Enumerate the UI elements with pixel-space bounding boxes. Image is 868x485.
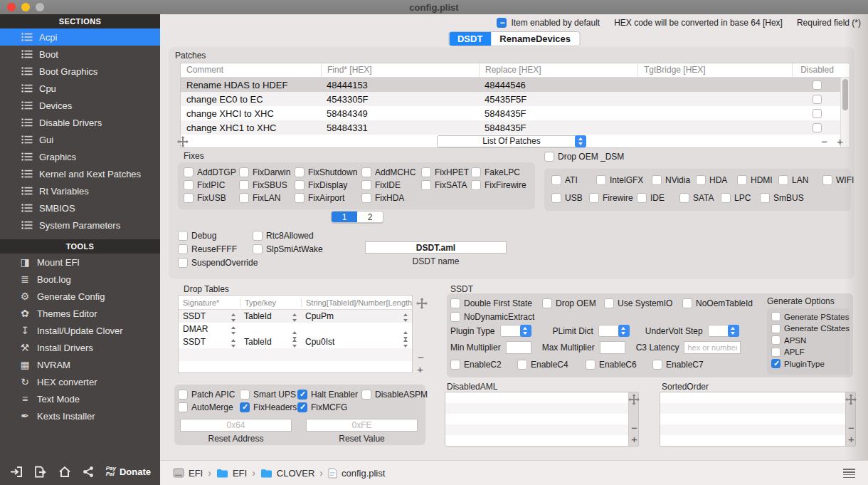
ssdt-checkbox-item[interactable]: EnableC6: [586, 360, 652, 370]
checkbox[interactable]: [240, 402, 250, 412]
sign-in-icon[interactable]: [9, 466, 23, 478]
checkbox[interactable]: [551, 175, 561, 185]
reset-address-field[interactable]: [180, 419, 292, 432]
checkbox[interactable]: [771, 348, 780, 357]
sidebar-section-item[interactable]: Kernel and Kext Patches: [0, 165, 160, 182]
checkbox[interactable]: [679, 193, 689, 203]
apic-checkbox-item[interactable]: FixMCFG: [297, 402, 425, 412]
sidebar-tool-item[interactable]: ⚒ Install Drivers: [0, 339, 160, 356]
sidebar-tool-item[interactable]: ✒ Kexts Installer: [0, 407, 160, 424]
apic-checkbox-item[interactable]: Patch APIC: [178, 390, 240, 400]
patch-row[interactable]: change XHCI to XHC 58484349 5848435F: [181, 106, 850, 120]
checkbox[interactable]: [771, 324, 780, 333]
ssdt-checkbox-item[interactable]: Double First State: [450, 298, 542, 308]
checkbox[interactable]: [253, 244, 263, 254]
dsm-checkbox-item[interactable]: SATA: [679, 193, 721, 203]
ssdt-checkbox-item[interactable]: EnableC4: [517, 360, 586, 370]
checkbox[interactable]: [517, 360, 527, 370]
column-header[interactable]: String[TableId]/Number[Length]: [301, 298, 412, 307]
checkbox[interactable]: [721, 193, 731, 203]
dsm-checkbox-item[interactable]: ATI: [551, 175, 596, 185]
fix-checkbox-item[interactable]: FixShutdown: [295, 167, 361, 177]
sidebar-tool-item[interactable]: ◨ Mount EFI: [0, 254, 160, 271]
generate-option-item[interactable]: APSN: [771, 335, 850, 345]
stepper-icon[interactable]: [231, 313, 237, 322]
sidebar-section-item[interactable]: Acpi: [0, 28, 160, 46]
sidebar-tool-item[interactable]: ≣ Boot.log: [0, 271, 160, 288]
checkbox[interactable]: [361, 167, 371, 177]
apic-checkbox-item[interactable]: FixHeaders: [240, 402, 297, 412]
sidebar-section-item[interactable]: Boot: [0, 46, 160, 63]
checkbox[interactable]: [450, 312, 460, 322]
fix-checkbox-item[interactable]: FixHDA: [361, 193, 421, 203]
checkbox[interactable]: [239, 167, 249, 177]
sidebar-tool-item[interactable]: ⚙ Generate Config: [0, 288, 160, 305]
sidebar-section-item[interactable]: Graphics: [0, 148, 160, 165]
patch-row[interactable]: change XHC1 to XHC 58484331 5848435F: [181, 120, 850, 135]
patches-list-dropdown[interactable]: List Of Patches: [437, 135, 586, 147]
breadcrumb-item[interactable]: EFI: [216, 468, 247, 479]
column-header[interactable]: TgtBridge [HEX]: [637, 63, 792, 77]
scrollbar-thumb[interactable]: [842, 79, 848, 110]
reorder-handle-icon[interactable]: [628, 394, 640, 405]
remove-table-button[interactable]: −: [418, 351, 424, 364]
add-table-button[interactable]: +: [417, 363, 423, 376]
page-segment-button[interactable]: 1: [332, 212, 357, 222]
dropdown-stepper-icon[interactable]: [618, 325, 630, 337]
fix-checkbox-item[interactable]: FixLAN: [239, 193, 295, 203]
dropdown-stepper-icon[interactable]: [575, 135, 586, 147]
checkbox[interactable]: [586, 360, 596, 370]
ssdt-checkbox-item[interactable]: EnableC7: [652, 360, 704, 370]
drop-oem-dsm-checkbox-item[interactable]: Drop OEM _DSM: [544, 152, 624, 162]
sidebar-section-item[interactable]: Disable Drivers: [0, 114, 160, 131]
column-header[interactable]: Disabled: [792, 63, 842, 77]
fix-checkbox-item[interactable]: FixFirewire: [471, 180, 535, 190]
undervolt-step-dropdown[interactable]: [708, 325, 739, 337]
fix-checkbox-item[interactable]: FixUSB: [184, 193, 239, 203]
checkbox[interactable]: [297, 402, 307, 412]
tab[interactable]: RenameDevices: [491, 32, 579, 46]
stepper-icon[interactable]: [403, 313, 409, 322]
checkbox[interactable]: [361, 180, 371, 190]
checkbox[interactable]: [178, 402, 188, 412]
ssdt-checkbox-item[interactable]: NoDynamicExtract: [450, 312, 534, 322]
generate-option-item[interactable]: PluginType: [771, 359, 850, 368]
export-document-icon[interactable]: [34, 466, 46, 478]
sidebar-tool-item[interactable]: ↻ HEX converter: [0, 373, 160, 390]
fix-checkbox-item[interactable]: FixSATA: [421, 180, 471, 190]
add-patch-button[interactable]: +: [837, 135, 843, 148]
checkbox[interactable]: [544, 152, 554, 162]
checkbox[interactable]: [239, 193, 249, 203]
ssdt-checkbox-item[interactable]: EnableC2: [450, 360, 517, 370]
debug-checkbox-item[interactable]: SlpSmiAtWake: [253, 244, 323, 254]
checkbox[interactable]: [361, 193, 371, 203]
column-header[interactable]: Find* [HEX]: [321, 63, 479, 77]
tab[interactable]: DSDT: [449, 32, 491, 46]
ssdt-checkbox-item[interactable]: NoOemTableId: [682, 298, 753, 308]
plugin-type-dropdown[interactable]: [500, 325, 531, 337]
checkbox[interactable]: [178, 390, 188, 400]
sidebar-section-item[interactable]: Devices: [0, 97, 160, 114]
checkbox[interactable]: [253, 231, 263, 241]
plimit-dict-dropdown[interactable]: [598, 325, 630, 337]
sidebar-section-item[interactable]: SMBIOS: [0, 199, 160, 217]
sidebar-section-item[interactable]: System Parameters: [0, 217, 160, 234]
sidebar-section-item[interactable]: Boot Graphics: [0, 63, 160, 80]
checkbox[interactable]: [604, 298, 614, 308]
apic-checkbox-item[interactable]: AutoMerge: [178, 402, 240, 412]
checkbox[interactable]: [760, 193, 770, 203]
page-segment-button[interactable]: 2: [357, 212, 383, 222]
min-multiplier-field[interactable]: [506, 341, 531, 354]
disabled-checkbox[interactable]: [813, 80, 822, 90]
dsm-checkbox-item[interactable]: HDA: [696, 175, 737, 185]
checkbox[interactable]: [822, 175, 832, 185]
checkbox[interactable]: [652, 175, 662, 185]
apic-checkbox-item[interactable]: DisableASPM: [361, 390, 428, 400]
checkbox[interactable]: [184, 180, 194, 190]
dsm-checkbox-item[interactable]: WIFI: [822, 175, 854, 185]
apic-checkbox-item[interactable]: Halt Enabler: [297, 390, 361, 400]
fix-checkbox-item[interactable]: FixIPIC: [184, 180, 239, 190]
add-item-button[interactable]: +: [631, 433, 637, 446]
drop-table-row[interactable]: SSDT TableId CpuPm: [179, 310, 412, 323]
dsm-checkbox-item[interactable]: NVidia: [652, 175, 696, 185]
